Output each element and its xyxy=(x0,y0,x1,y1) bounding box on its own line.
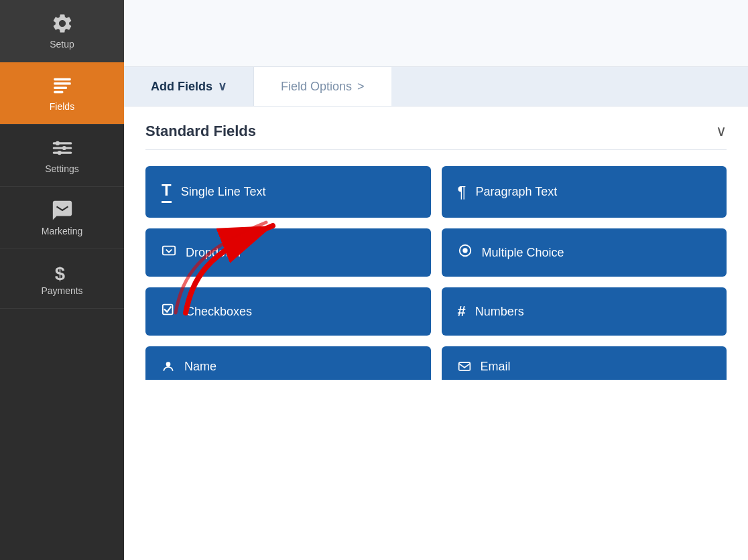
section-header: Standard Fields ∨ xyxy=(145,123,727,150)
multiple-choice-icon xyxy=(458,243,473,262)
chevron-right-icon: > xyxy=(357,80,365,94)
svg-rect-3 xyxy=(54,91,63,94)
numbers-icon: # xyxy=(458,303,466,320)
field-btn-numbers[interactable]: # Numbers xyxy=(442,287,727,336)
section-title: Standard Fields xyxy=(145,123,256,140)
svg-point-9 xyxy=(57,151,61,155)
svg-point-5 xyxy=(55,141,59,145)
field-btn-email-label: Email xyxy=(481,360,511,374)
svg-rect-2 xyxy=(54,86,67,89)
section-chevron-icon: ∨ xyxy=(716,123,727,140)
sidebar-item-payments[interactable]: $ Payments xyxy=(0,249,124,309)
fields-grid: T Single Line Text ¶ Paragraph Text xyxy=(145,166,727,336)
svg-rect-16 xyxy=(458,362,470,370)
single-line-text-icon: T xyxy=(162,181,172,203)
field-btn-checkboxes[interactable]: Checkboxes xyxy=(145,287,431,336)
svg-rect-0 xyxy=(54,78,71,81)
gear-icon xyxy=(51,12,74,35)
tab-add-fields-label: Add Fields xyxy=(151,80,212,94)
tab-field-options-label: Field Options xyxy=(281,80,352,94)
field-btn-name-label: Name xyxy=(184,360,216,374)
sidebar-item-marketing[interactable]: Marketing xyxy=(0,187,124,249)
marketing-icon xyxy=(51,199,74,222)
paragraph-text-icon: ¶ xyxy=(458,183,466,202)
svg-point-7 xyxy=(62,146,66,150)
field-btn-single-line-text[interactable]: T Single Line Text xyxy=(145,166,431,218)
checkboxes-icon xyxy=(162,302,176,321)
fields-icon xyxy=(51,74,74,97)
sidebar-setup-label: Setup xyxy=(50,39,74,50)
sidebar-item-setup[interactable]: Setup xyxy=(0,0,124,62)
svg-point-15 xyxy=(166,362,171,366)
field-btn-email[interactable]: Email xyxy=(442,346,727,380)
tab-field-options[interactable]: Field Options > xyxy=(254,67,391,106)
field-btn-multiple-choice[interactable]: Multiple Choice xyxy=(442,228,727,277)
sidebar-payments-label: Payments xyxy=(41,285,82,296)
svg-rect-1 xyxy=(54,82,71,85)
dropdown-icon xyxy=(162,243,176,262)
field-btn-paragraph-text-label: Paragraph Text xyxy=(475,185,557,199)
tab-add-fields[interactable]: Add Fields ∨ xyxy=(124,67,253,106)
tab-row: Add Fields ∨ Field Options > xyxy=(124,67,748,107)
main-content: Add Fields ∨ Field Options > Standard Fi… xyxy=(124,0,748,560)
sidebar-settings-label: Settings xyxy=(45,163,79,174)
sidebar-marketing-label: Marketing xyxy=(42,226,82,236)
field-btn-paragraph-text[interactable]: ¶ Paragraph Text xyxy=(442,166,727,218)
svg-rect-11 xyxy=(163,247,175,255)
sidebar-item-settings[interactable]: Settings xyxy=(0,125,124,187)
field-btn-dropdown-label: Dropdown xyxy=(186,246,241,260)
top-bar xyxy=(124,0,748,67)
email-field-icon xyxy=(458,360,471,377)
field-btn-single-line-text-label: Single Line Text xyxy=(181,185,266,199)
sidebar: Setup Fields Settings xyxy=(0,0,124,560)
sidebar-item-fields[interactable]: Fields xyxy=(0,62,124,125)
payments-icon: $ xyxy=(51,261,74,281)
name-icon xyxy=(162,360,175,377)
chevron-down-icon: ∨ xyxy=(218,79,227,94)
svg-point-13 xyxy=(462,248,467,253)
sidebar-fields-label: Fields xyxy=(50,101,74,112)
settings-icon xyxy=(51,137,74,159)
field-btn-name[interactable]: Name xyxy=(145,346,431,380)
field-btn-dropdown[interactable]: Dropdown xyxy=(145,228,431,277)
field-btn-multiple-choice-label: Multiple Choice xyxy=(482,246,564,260)
content-area: Standard Fields ∨ T Single Line Text ¶ P… xyxy=(124,107,748,560)
field-btn-checkboxes-label: Checkboxes xyxy=(186,305,252,319)
field-btn-numbers-label: Numbers xyxy=(475,305,524,319)
svg-text:$: $ xyxy=(54,263,64,282)
